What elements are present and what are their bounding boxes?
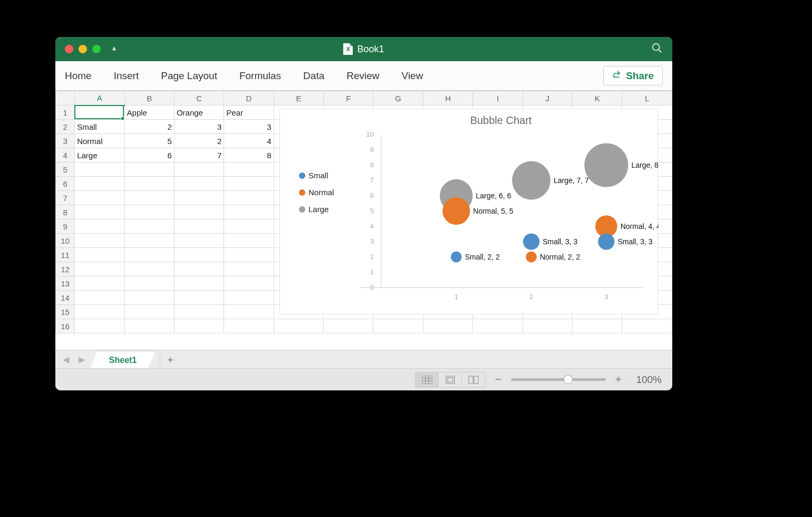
sheet-nav-prev-icon[interactable]: ◀ — [60, 355, 72, 365]
cell-A15[interactable] — [75, 305, 124, 319]
chart-bubble[interactable] — [512, 161, 550, 200]
cell-A6[interactable] — [75, 177, 124, 191]
col-header-A[interactable]: A — [75, 91, 124, 106]
cell-C6[interactable] — [174, 177, 224, 191]
cell-C15[interactable] — [174, 305, 224, 319]
row-header-9[interactable]: 9 — [56, 219, 75, 234]
cell-B16[interactable] — [124, 319, 174, 333]
cell-A5[interactable] — [75, 162, 124, 177]
row-header-13[interactable]: 13 — [56, 276, 75, 291]
tab-page-layout[interactable]: Page Layout — [161, 70, 217, 82]
tab-home[interactable]: Home — [65, 70, 92, 82]
cell-A12[interactable] — [75, 262, 124, 276]
col-header-K[interactable]: K — [573, 91, 622, 106]
cell-C12[interactable] — [174, 262, 224, 276]
add-sheet-button[interactable]: ＋ — [160, 351, 180, 367]
cell-C1[interactable]: Orange — [174, 106, 224, 120]
cell-B8[interactable] — [124, 205, 174, 219]
tab-review[interactable]: Review — [346, 70, 379, 82]
cell-A16[interactable] — [75, 319, 124, 333]
col-header-H[interactable]: H — [423, 91, 472, 106]
cell-D8[interactable] — [224, 205, 274, 219]
cell-B14[interactable] — [124, 291, 174, 305]
view-page-layout-icon[interactable] — [439, 372, 462, 387]
row-header-14[interactable]: 14 — [56, 291, 75, 305]
chart-bubble[interactable] — [584, 143, 628, 187]
cell-D13[interactable] — [224, 276, 274, 291]
minimize-icon[interactable] — [79, 45, 87, 53]
share-button[interactable]: Share — [603, 66, 663, 85]
tab-formulas[interactable]: Formulas — [239, 70, 281, 82]
cell-B15[interactable] — [124, 305, 174, 319]
col-header-G[interactable]: G — [373, 91, 423, 106]
cell-A9[interactable] — [75, 219, 124, 234]
cell-B10[interactable] — [124, 234, 174, 248]
cell-D1[interactable]: Pear — [224, 106, 274, 120]
row-header-6[interactable]: 6 — [56, 177, 75, 191]
row-header-3[interactable]: 3 — [56, 134, 75, 148]
cell-D7[interactable] — [224, 191, 274, 205]
select-all-cell[interactable] — [56, 91, 75, 106]
cell-C11[interactable] — [174, 248, 224, 262]
cell-C3[interactable]: 2 — [174, 134, 224, 148]
cell-B7[interactable] — [124, 191, 174, 205]
col-header-F[interactable]: F — [324, 91, 373, 106]
row-header-11[interactable]: 11 — [56, 248, 75, 262]
cell-D16[interactable] — [224, 319, 274, 333]
cell-B1[interactable]: Apple — [124, 106, 174, 120]
tab-insert[interactable]: Insert — [114, 70, 139, 82]
cell-C5[interactable] — [174, 162, 224, 177]
zoom-slider[interactable] — [511, 378, 606, 381]
row-header-15[interactable]: 15 — [56, 305, 75, 319]
cell-A7[interactable] — [75, 191, 124, 205]
chart-bubble[interactable] — [526, 252, 537, 263]
cell-C4[interactable]: 7 — [174, 148, 224, 162]
bubble-chart[interactable]: Bubble Chart012345678910123SmallNormalLa… — [279, 109, 658, 314]
cell-J16[interactable] — [523, 319, 572, 333]
row-header-7[interactable]: 7 — [56, 191, 75, 205]
cell-C9[interactable] — [174, 219, 224, 234]
cell-B12[interactable] — [124, 262, 174, 276]
col-header-J[interactable]: J — [523, 91, 572, 106]
col-header-I[interactable]: I — [473, 91, 523, 106]
view-normal-icon[interactable] — [415, 372, 439, 387]
cell-A11[interactable] — [75, 248, 124, 262]
sheet-tab-sheet1[interactable]: Sheet1 — [90, 351, 156, 368]
cell-D15[interactable] — [224, 305, 274, 319]
cell-A13[interactable] — [75, 276, 124, 291]
cell-B3[interactable]: 5 — [124, 134, 174, 148]
cell-G16[interactable] — [373, 319, 423, 333]
row-header-5[interactable]: 5 — [56, 162, 75, 177]
cell-B9[interactable] — [124, 219, 174, 234]
cell-D9[interactable] — [224, 219, 274, 234]
cell-A3[interactable]: Normal — [75, 134, 124, 148]
cell-C8[interactable] — [174, 205, 224, 219]
zoom-out-button[interactable]: − — [493, 374, 504, 386]
col-header-E[interactable]: E — [274, 91, 323, 106]
tab-view[interactable]: View — [402, 70, 423, 82]
quick-access-caret-icon[interactable]: ▾ — [112, 45, 116, 53]
cell-D11[interactable] — [224, 248, 274, 262]
view-page-break-icon[interactable] — [462, 372, 485, 387]
cell-A1[interactable] — [75, 106, 124, 120]
zoom-thumb[interactable] — [564, 375, 573, 384]
cell-C14[interactable] — [174, 291, 224, 305]
close-icon[interactable] — [65, 45, 73, 53]
chart-bubble[interactable] — [451, 252, 462, 263]
chart-bubble[interactable] — [598, 233, 614, 250]
cell-D6[interactable] — [224, 177, 274, 191]
row-header-4[interactable]: 4 — [56, 148, 75, 162]
cell-C16[interactable] — [174, 319, 224, 333]
cell-D14[interactable] — [224, 291, 274, 305]
cell-A10[interactable] — [75, 234, 124, 248]
cell-C2[interactable]: 3 — [174, 120, 224, 134]
col-header-D[interactable]: D — [224, 91, 274, 106]
col-header-C[interactable]: C — [174, 91, 224, 106]
cell-B11[interactable] — [124, 248, 174, 262]
cell-K16[interactable] — [573, 319, 622, 333]
cell-D4[interactable]: 8 — [224, 148, 274, 162]
cell-C13[interactable] — [174, 276, 224, 291]
row-header-12[interactable]: 12 — [56, 262, 75, 276]
cell-E16[interactable] — [274, 319, 323, 333]
row-header-16[interactable]: 16 — [56, 319, 75, 333]
